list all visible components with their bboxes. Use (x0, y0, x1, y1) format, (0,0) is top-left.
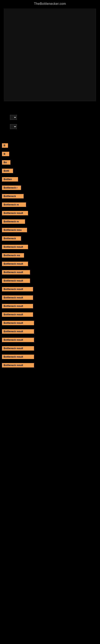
bottleneck-item: B (0, 150, 100, 158)
bottleneck-list: BBBoBottlBottlenBottleneck rBottleneckBo… (0, 142, 100, 374)
bottleneck-result-label: Bottl (2, 169, 13, 173)
bottleneck-result-label: Bottleneck result (2, 363, 34, 368)
bottleneck-result-label: Bottleneck (2, 236, 21, 241)
bottleneck-result-label: Bottleneck re (2, 219, 25, 224)
bottleneck-result-label: Bottlen (2, 177, 18, 182)
bottleneck-item: Bottleneck result (0, 302, 100, 310)
bottleneck-item: Bottl (0, 167, 100, 174)
bottleneck-result-label: B (2, 143, 8, 148)
bottleneck-item: Bottleneck result (0, 345, 100, 352)
bottleneck-result-label: Bottleneck result (2, 346, 34, 350)
bottleneck-item: B (0, 142, 100, 149)
bottleneck-result-label: B (2, 152, 9, 156)
bottleneck-item: Bottleneck r (0, 184, 100, 192)
bottleneck-result-label: Bottleneck result (2, 296, 33, 300)
bottleneck-result-label: Bottleneck r (2, 186, 21, 190)
site-header: TheBottlenecker.com (0, 0, 100, 7)
bottleneck-item: Bottleneck result (0, 269, 100, 276)
bottleneck-item: Bottleneck (0, 192, 100, 200)
bottleneck-item: Bottlen (0, 176, 100, 183)
bottleneck-result-label: Bottleneck re (2, 202, 26, 207)
bottleneck-item: Bottleneck result (0, 286, 100, 293)
bottleneck-result-label: Bottleneck result (2, 312, 33, 317)
bottleneck-item: Bottleneck re (0, 218, 100, 225)
bottleneck-item: Bottleneck result (0, 243, 100, 250)
bottleneck-item: Bottleneck re (0, 201, 100, 208)
bottleneck-result-label: Bottleneck result (2, 287, 33, 292)
bottleneck-item: Bottleneck (0, 235, 100, 242)
bottleneck-item: Bottleneck result (0, 210, 100, 217)
bottleneck-item: Bottleneck res (0, 252, 100, 259)
dropdown-select-1[interactable] (10, 115, 17, 120)
site-title: TheBottlenecker.com (0, 0, 100, 7)
bottleneck-result-label: Bo (2, 160, 10, 164)
dropdown-row-2 (4, 122, 96, 130)
bottleneck-item: Bo (0, 159, 100, 166)
form-section (0, 109, 100, 130)
bottleneck-item: Bottleneck resu (0, 226, 100, 234)
bottleneck-result-label: Bottleneck res (2, 253, 24, 258)
bottleneck-result-label: Bottleneck result (2, 211, 28, 215)
bottleneck-item: Bottleneck result (0, 328, 100, 335)
bottleneck-item: Bottleneck result (0, 277, 100, 284)
bottleneck-result-label: Bottleneck result (2, 304, 33, 308)
bottleneck-result-label: Bottleneck result (2, 354, 34, 359)
bottleneck-result-label: Bottleneck (2, 194, 24, 198)
bottleneck-result-label: Bottleneck result (2, 321, 34, 325)
bottleneck-item: Bottleneck result (0, 336, 100, 344)
bottleneck-item: Bottleneck result (0, 320, 100, 327)
bottleneck-result-label: Bottleneck result (2, 245, 28, 249)
bottleneck-item: Bottleneck result (0, 294, 100, 301)
bottleneck-item: Bottleneck result (0, 311, 100, 318)
dropdown-select-2[interactable] (10, 124, 17, 129)
bottleneck-result-label: Bottleneck result (2, 338, 34, 342)
chart-inner (4, 9, 96, 101)
bottleneck-result-label: Bottleneck result (2, 329, 34, 334)
bottleneck-result-label: Bottleneck result (2, 270, 30, 274)
bottleneck-result-label: Bottleneck result (2, 262, 28, 266)
bottleneck-result-label: Bottleneck result (2, 278, 30, 283)
chart-area (0, 9, 100, 109)
bottleneck-item: Bottleneck result (0, 362, 100, 369)
bottleneck-item: Bottleneck result (0, 260, 100, 268)
bottleneck-result-label: Bottleneck resu (2, 228, 27, 232)
dropdown-row-1 (4, 113, 96, 121)
bottleneck-item: Bottleneck result (0, 353, 100, 360)
